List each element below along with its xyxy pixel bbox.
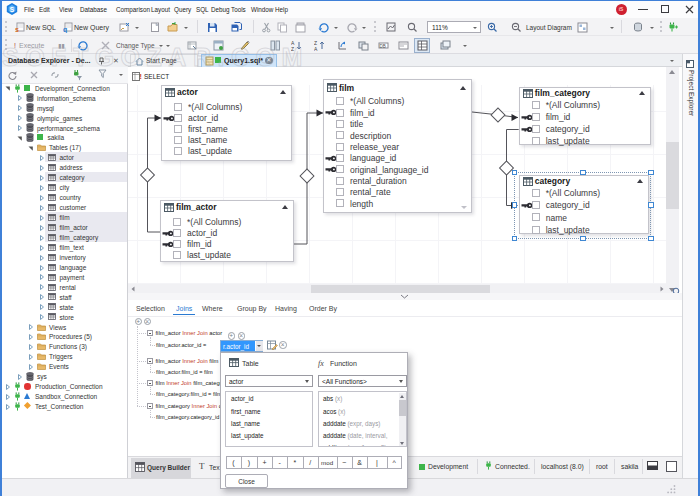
svg-text:S: S [10,6,15,13]
svg-text:q: q [63,26,67,33]
svg-text:s: s [15,26,19,33]
